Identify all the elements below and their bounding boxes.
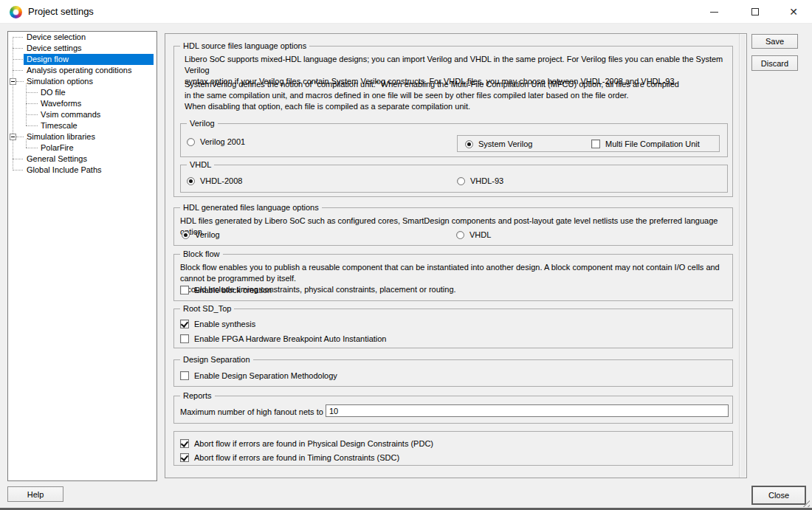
group-hdl-source-language-options: HDL source files language options Libero…	[173, 46, 733, 197]
sidebar-item-general-settings[interactable]: General Settings	[8, 154, 156, 165]
sidebar-item-label: Timescale	[39, 120, 79, 131]
tree-connector	[13, 37, 23, 38]
checkbox-icon[interactable]	[591, 139, 600, 148]
sidebar-item-simulation-libraries[interactable]: Simulation libraries	[8, 131, 156, 142]
group-title: Reports	[180, 391, 215, 401]
tree-connector	[13, 59, 23, 60]
save-button[interactable]: Save	[751, 34, 798, 49]
radio-row-generated-verilog[interactable]: Verilog	[182, 229, 220, 241]
sidebar-item-simulation-options[interactable]: Simulation options	[8, 76, 156, 87]
checkbox-row-multi-file-compilation-unit[interactable]: Multi File Compilation Unit	[591, 138, 700, 150]
sidebar-item-do-file[interactable]: DO file	[8, 87, 156, 98]
group-title: Verilog	[187, 119, 218, 128]
discard-button[interactable]: Discard	[751, 55, 798, 71]
group-title: VHDL	[187, 160, 214, 170]
sidebar-item-global-include-paths[interactable]: Global Include Paths	[8, 165, 156, 176]
radio-icon[interactable]	[465, 140, 473, 148]
sidebar-item-device-selection[interactable]: Device selection	[8, 32, 156, 43]
checkbox-label: Multi File Compilation Unit	[605, 139, 700, 148]
collapse-expander-icon[interactable]	[10, 134, 16, 140]
checkbox-icon[interactable]	[180, 320, 189, 328]
group-title: Root SD_Top	[180, 304, 234, 314]
radio-row-vhdl-93[interactable]: VHDL-93	[457, 175, 503, 187]
checkbox-icon[interactable]	[180, 439, 189, 448]
radio-icon[interactable]	[187, 138, 195, 146]
minimize-button[interactable]	[697, 0, 731, 24]
sidebar-item-label: Simulation libraries	[25, 131, 97, 142]
group-title: Design Separation	[180, 355, 253, 365]
group-abort-flow-options: Abort flow if errors are found in Physic…	[173, 431, 733, 466]
radio-label: Verilog	[195, 230, 220, 239]
sidebar-item-vsim-commands[interactable]: Vsim commands	[8, 109, 156, 120]
radio-icon[interactable]	[457, 177, 465, 185]
checkbox-row-enable-design-separation[interactable]: Enable Design Separation Methodology	[180, 370, 337, 382]
checkbox-label: Abort flow if errors are found in Physic…	[194, 439, 433, 448]
tree-connector	[16, 137, 24, 137]
checkbox-icon[interactable]	[180, 286, 189, 294]
group-reports: Reports Maximum number of high fanout ne…	[173, 396, 733, 424]
radio-row-system-verilog[interactable]: System Verilog	[465, 138, 532, 150]
radio-label: System Verilog	[478, 139, 532, 148]
sidebar-item-label: Simulation options	[25, 76, 94, 87]
sidebar-item-label: DO file	[39, 87, 67, 98]
checkbox-label: Enable Design Separation Methodology	[194, 371, 337, 380]
sidebar-item-label: Analysis operating conditions	[25, 65, 133, 76]
sidebar-item-polarfire[interactable]: PolarFire	[8, 142, 156, 154]
radio-label: VHDL	[469, 230, 491, 239]
radio-label: VHDL-93	[470, 176, 503, 185]
checkbox-icon[interactable]	[180, 371, 189, 380]
maximize-button[interactable]	[738, 0, 772, 24]
window-title: Project settings	[28, 6, 94, 18]
checkbox-row-enable-block-creation[interactable]: Enable block creation	[180, 284, 272, 296]
minimize-icon	[710, 12, 718, 13]
maximize-icon	[751, 8, 759, 15]
sidebar-item-label: Device settings	[25, 43, 83, 54]
help-button[interactable]: Help	[7, 486, 63, 502]
sidebar-item-label: Waveforms	[39, 98, 83, 109]
tree-connector	[26, 92, 38, 93]
group-vhdl: VHDL VHDL-2008 VHDL-93	[180, 165, 728, 193]
close-window-button[interactable]: ✕	[777, 0, 811, 24]
checkbox-row-abort-pdc[interactable]: Abort flow if errors are found in Physic…	[180, 438, 433, 449]
checkbox-label: Enable block creation	[194, 286, 272, 294]
radio-icon[interactable]	[187, 177, 195, 185]
checkbox-label: Enable synthesis	[194, 320, 255, 328]
checkbox-row-abort-sdc[interactable]: Abort flow if errors are found in Timing…	[180, 452, 399, 464]
close-button[interactable]: Close	[751, 486, 806, 505]
radio-label: Verilog 2001	[200, 137, 245, 146]
tree-connector	[13, 48, 23, 49]
close-icon: ✕	[789, 7, 798, 17]
sidebar-item-analysis-operating-conditions[interactable]: Analysis operating conditions	[8, 65, 156, 76]
titlebar: Project settings ✕	[0, 0, 812, 24]
group-block-flow: Block flow Block flow enables you to pub…	[173, 254, 733, 301]
sidebar-item-label: PolarFire	[39, 142, 75, 154]
sidebar-item-device-settings[interactable]: Device settings	[8, 43, 156, 54]
radio-icon[interactable]	[182, 231, 190, 239]
tree-connector	[13, 159, 23, 159]
radio-row-vhdl-2008[interactable]: VHDL-2008	[187, 175, 242, 187]
checkbox-row-enable-fpga-breakpoint[interactable]: Enable FPGA Hardware Breakpoint Auto Ins…	[180, 333, 387, 345]
sidebar-item-waveforms[interactable]: Waveforms	[8, 98, 156, 109]
radio-icon[interactable]	[456, 231, 464, 239]
sidebar-item-label: Device selection	[25, 32, 87, 43]
max-fanout-input[interactable]	[326, 404, 729, 417]
checkbox-icon[interactable]	[180, 334, 189, 343]
group-design-separation: Design Separation Enable Design Separati…	[173, 359, 733, 387]
tree-connector	[26, 125, 38, 126]
checkbox-icon[interactable]	[180, 453, 189, 462]
vertical-scrollbar[interactable]	[739, 34, 746, 478]
radio-row-generated-vhdl[interactable]: VHDL	[456, 229, 491, 241]
sidebar-item-label: Vsim commands	[39, 109, 102, 120]
group-hdl-generated-language-options: HDL generated files language options HDL…	[173, 207, 733, 246]
scrollbar-thumb[interactable]	[740, 35, 746, 477]
radio-row-verilog-2001[interactable]: Verilog 2001	[187, 136, 245, 148]
checkbox-label: Abort flow if errors are found in Timing…	[194, 453, 399, 462]
sidebar-item-timescale[interactable]: Timescale	[8, 120, 156, 131]
settings-tree-panel: Device selection Device settings Design …	[7, 31, 157, 481]
checkbox-row-enable-synthesis[interactable]: Enable synthesis	[180, 318, 255, 330]
tree-connector	[16, 81, 24, 82]
collapse-expander-icon[interactable]	[10, 78, 16, 85]
tree-connector	[13, 170, 23, 170]
sidebar-item-design-flow[interactable]: Design flow	[8, 54, 156, 65]
sidebar-item-label: General Settings	[25, 154, 89, 165]
